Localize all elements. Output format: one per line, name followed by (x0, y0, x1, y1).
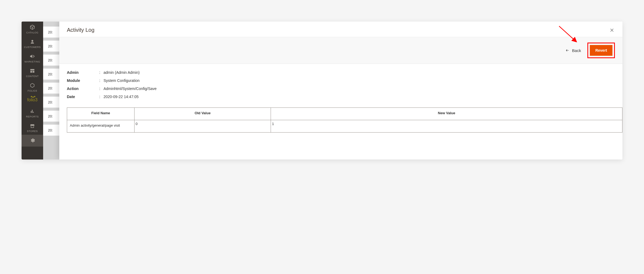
detail-label: Module (67, 78, 99, 83)
detail-value: 2020-09-22 14:47:05 (104, 95, 139, 99)
modal-title: Activity Log (67, 27, 94, 33)
layout-icon (29, 68, 35, 74)
sidebar-item-catalog[interactable]: CATALOG (22, 22, 43, 36)
sidebar-item-label: MARKETING (25, 60, 40, 63)
changes-table: Field Name Old Value New Value Admin act… (67, 107, 622, 133)
detail-label: Admin (67, 70, 99, 75)
detail-label: Date (67, 95, 99, 99)
hexagon-icon (29, 82, 35, 88)
back-button[interactable]: Back (564, 46, 582, 55)
modal-toolbar: Back Revert (59, 37, 622, 64)
detail-value: Adminhtml/System/Config/Save (104, 86, 157, 91)
sidebar: CATALOG CUSTOMERS MARKETING CONTENT FOLI… (22, 22, 43, 159)
arrow-left-icon (565, 48, 570, 52)
detail-value: admin (Admin Admin) (104, 70, 140, 75)
sidebar-item-label: CUSTOMERS (24, 46, 41, 48)
app-frame: CATALOG CUSTOMERS MARKETING CONTENT FOLI… (22, 22, 622, 159)
cell-field-name: Admin activity/general/page visit (67, 120, 135, 133)
table-row: Admin activity/general/page visit 0 1 (67, 120, 622, 133)
activity-log-modal: Activity Log Back Revert (59, 22, 622, 159)
detail-action: Action : Adminhtml/System/Config/Save (67, 86, 615, 91)
sidebar-item-label: STORES (27, 130, 38, 133)
sidebar-item-stores[interactable]: STORES (22, 120, 43, 135)
sidebar-item-label: FOLIO3 (27, 89, 37, 92)
detail-value: System Configuration (104, 78, 140, 83)
revert-button[interactable]: Revert (590, 45, 612, 56)
detail-date: Date : 2020-09-22 14:47:05 (67, 95, 615, 99)
cell-new-value: 1 (271, 120, 622, 133)
person-icon (29, 39, 35, 45)
cell-old-value: 0 (135, 120, 271, 133)
detail-label: Action (67, 86, 99, 91)
sidebar-folio3-logo[interactable]: folio3 (27, 94, 37, 106)
sidebar-item-system[interactable] (22, 135, 43, 147)
sidebar-item-folio3[interactable]: FOLIO3 (22, 80, 43, 94)
store-icon (29, 123, 35, 129)
activity-details: Admin : admin (Admin Admin) Module : Sys… (59, 64, 622, 107)
detail-module: Module : System Configuration (67, 78, 615, 83)
table-header-row: Field Name Old Value New Value (67, 108, 622, 120)
th-old-value: Old Value (135, 108, 271, 120)
cube-icon (29, 24, 35, 30)
back-button-label: Back (572, 48, 581, 53)
th-field-name: Field Name (67, 108, 135, 120)
chart-icon (29, 108, 35, 114)
gear-icon (29, 137, 35, 143)
sidebar-item-customers[interactable]: CUSTOMERS (22, 36, 43, 51)
sidebar-item-content[interactable]: CONTENT (22, 65, 43, 80)
sidebar-item-marketing[interactable]: MARKETING (22, 51, 43, 65)
th-new-value: New Value (271, 108, 622, 120)
sidebar-item-label: REPORTS (26, 115, 39, 118)
sidebar-item-label: CONTENT (26, 75, 39, 78)
revert-highlight-box: Revert (587, 43, 615, 58)
sidebar-item-label: CATALOG (26, 31, 38, 34)
modal-header: Activity Log (59, 22, 622, 37)
close-icon (609, 28, 614, 33)
close-button[interactable] (609, 27, 615, 33)
megaphone-icon (29, 53, 35, 59)
detail-admin: Admin : admin (Admin Admin) (67, 70, 615, 75)
sidebar-item-reports[interactable]: REPORTS (22, 106, 43, 120)
